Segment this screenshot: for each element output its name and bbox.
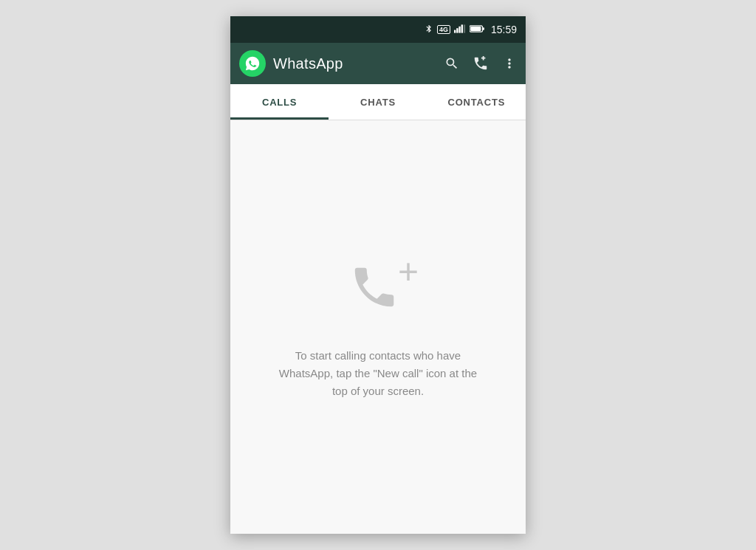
svg-rect-0 xyxy=(454,30,456,33)
tab-contacts[interactable]: CONTACTS xyxy=(427,84,526,120)
bluetooth-icon xyxy=(425,24,433,35)
svg-rect-4 xyxy=(464,24,465,32)
more-options-button[interactable] xyxy=(502,56,517,71)
tab-chats-label: CHATS xyxy=(360,97,396,108)
network-icon: 4G xyxy=(437,25,450,34)
signal-icon xyxy=(454,24,466,35)
empty-state-icon: + xyxy=(337,254,419,320)
tab-calls-label: CALLS xyxy=(262,97,297,108)
search-button[interactable] xyxy=(444,56,459,71)
svg-rect-1 xyxy=(456,28,458,32)
status-time: 15:59 xyxy=(491,24,517,35)
svg-rect-2 xyxy=(458,27,460,33)
svg-rect-3 xyxy=(461,24,463,32)
tab-contacts-label: CONTACTS xyxy=(447,97,505,108)
tab-calls[interactable]: CALLS xyxy=(230,84,329,120)
new-call-button[interactable] xyxy=(472,55,489,72)
status-bar: 4G 15:59 xyxy=(230,16,526,43)
battery-icon xyxy=(470,24,484,35)
svg-rect-7 xyxy=(482,27,484,30)
tabs-bar: CALLS CHATS CONTACTS xyxy=(230,84,526,120)
whatsapp-logo xyxy=(239,50,266,77)
main-content: + To start calling contacts who have Wha… xyxy=(230,120,526,534)
empty-state-message: To start calling contacts who have Whats… xyxy=(275,347,481,400)
phone-frame: 4G 15:59 xyxy=(230,16,526,534)
whatsapp-logo-svg xyxy=(244,55,261,72)
app-title: WhatsApp xyxy=(273,55,437,72)
svg-rect-6 xyxy=(470,27,481,31)
app-bar-actions xyxy=(444,55,517,72)
tab-chats[interactable]: CHATS xyxy=(329,84,427,120)
status-icons: 4G 15:59 xyxy=(425,24,517,35)
app-bar: WhatsApp xyxy=(230,43,526,84)
phone-handset-icon xyxy=(348,261,400,313)
